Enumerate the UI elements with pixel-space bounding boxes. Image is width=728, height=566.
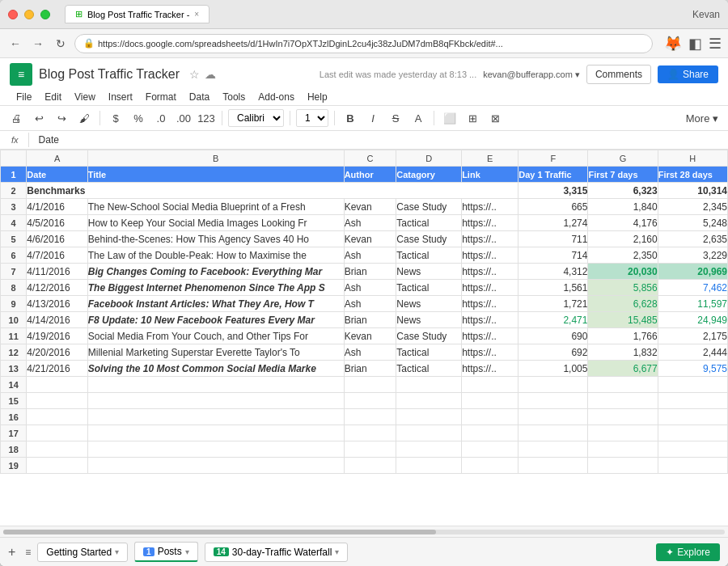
maximize-button[interactable] [40, 10, 50, 19]
cell-2-7[interactable]: 10,314 [658, 183, 727, 199]
menu-help[interactable]: Help [301, 89, 334, 105]
cell-10-2[interactable]: Brian [344, 312, 396, 328]
cell-18-0[interactable] [27, 441, 87, 458]
cell-17-4[interactable] [462, 425, 518, 441]
col-header-D[interactable]: D [396, 150, 462, 167]
row-header-10[interactable]: 10 [1, 312, 27, 328]
cell-19-4[interactable] [462, 458, 518, 474]
firefox-icon[interactable]: 🦊 [664, 35, 682, 53]
col-header-G[interactable]: G [588, 150, 658, 167]
cloud-icon[interactable]: ☁ [205, 68, 216, 81]
cell-11-4[interactable]: https://.. [462, 328, 518, 344]
sheet-tab-chevron[interactable]: ▾ [115, 547, 119, 556]
cell-7-2[interactable]: Brian [344, 264, 396, 280]
cell-13-6[interactable]: 6,677 [588, 361, 658, 377]
sheet-tab-posts-chevron[interactable]: ▾ [185, 547, 189, 556]
cell-13-1[interactable]: Solving the 10 Most Common Social Media … [87, 361, 344, 377]
pocket-icon[interactable]: ◧ [688, 35, 702, 53]
strikethrough-button[interactable]: S [386, 108, 405, 128]
menu-tools[interactable]: Tools [216, 89, 252, 105]
cell-4-6[interactable]: 4,176 [588, 215, 658, 231]
cell-4-7[interactable]: 5,248 [658, 215, 727, 231]
cell-16-2[interactable] [344, 409, 396, 425]
cell-6-1[interactable]: The Law of the Double-Peak: How to Maxim… [87, 247, 344, 264]
cell-7-7[interactable]: 20,969 [658, 264, 727, 280]
menu-edit[interactable]: Edit [38, 89, 68, 105]
cell-9-6[interactable]: 6,628 [588, 296, 658, 312]
horizontal-scrollbar[interactable] [0, 526, 728, 537]
cell-18-6[interactable] [588, 441, 658, 458]
cell-7-4[interactable]: https://.. [462, 264, 518, 280]
cell-8-0[interactable]: 4/12/2016 [27, 280, 87, 296]
cell-1-1[interactable]: Title [87, 167, 344, 183]
cell-3-3[interactable]: Case Study [396, 199, 462, 215]
cell-1-2[interactable]: Author [344, 167, 396, 183]
cell-9-5[interactable]: 1,721 [518, 296, 588, 312]
cell-16-6[interactable] [588, 409, 658, 425]
text-color-button[interactable]: A [408, 108, 428, 128]
cell-17-0[interactable] [27, 425, 87, 441]
cell-11-5[interactable]: 690 [518, 328, 588, 344]
cell-6-7[interactable]: 3,229 [658, 247, 727, 264]
cell-19-3[interactable] [396, 458, 462, 474]
cell-5-0[interactable]: 4/6/2016 [27, 231, 87, 247]
back-button[interactable]: ← [6, 35, 24, 53]
cell-10-4[interactable]: https://.. [462, 312, 518, 328]
cell-15-0[interactable] [27, 393, 87, 409]
format-123-button[interactable]: 123 [197, 108, 216, 128]
cell-2-5[interactable]: 3,315 [518, 183, 588, 199]
row-header-17[interactable]: 17 [1, 425, 27, 441]
cell-4-4[interactable]: https://.. [462, 215, 518, 231]
cell-12-2[interactable]: Ash [344, 344, 396, 361]
cell-8-5[interactable]: 1,561 [518, 280, 588, 296]
cell-9-4[interactable]: https://.. [462, 296, 518, 312]
cell-17-1[interactable] [87, 425, 344, 441]
cell-3-6[interactable]: 1,840 [588, 199, 658, 215]
scrollbar-thumb[interactable] [3, 530, 436, 534]
menu-insert[interactable]: Insert [102, 89, 139, 105]
cell-4-3[interactable]: Tactical [396, 215, 462, 231]
cell-10-6[interactable]: 15,485 [588, 312, 658, 328]
cell-19-6[interactable] [588, 458, 658, 474]
row-header-15[interactable]: 15 [1, 393, 27, 409]
cell-16-7[interactable] [658, 409, 727, 425]
cell-1-5[interactable]: Day 1 Traffic [518, 167, 588, 183]
cell-13-5[interactable]: 1,005 [518, 361, 588, 377]
cell-4-5[interactable]: 1,274 [518, 215, 588, 231]
cell-2-6[interactable]: 6,323 [588, 183, 658, 199]
col-header-C[interactable]: C [344, 150, 396, 167]
cell-4-1[interactable]: How to Keep Your Social Media Images Loo… [87, 215, 344, 231]
cell-3-7[interactable]: 2,345 [658, 199, 727, 215]
cell-14-0[interactable] [27, 377, 87, 393]
row-header-1[interactable]: 1 [1, 167, 27, 183]
cell-14-3[interactable] [396, 377, 462, 393]
cell-15-6[interactable] [588, 393, 658, 409]
cell-18-2[interactable] [344, 441, 396, 458]
cell-7-0[interactable]: 4/11/2016 [27, 264, 87, 280]
col-header-B[interactable]: B [87, 150, 344, 167]
row-header-19[interactable]: 19 [1, 458, 27, 474]
cell-8-7[interactable]: 7,462 [658, 280, 727, 296]
cell-7-5[interactable]: 4,312 [518, 264, 588, 280]
cell-17-3[interactable] [396, 425, 462, 441]
url-bar[interactable]: 🔒 https://docs.google.com/spreadsheets/d… [74, 34, 653, 53]
cell-8-6[interactable]: 5,856 [588, 280, 658, 296]
share-button[interactable]: 👤 Share [658, 65, 718, 83]
row-header-3[interactable]: 3 [1, 199, 27, 215]
cell-7-1[interactable]: Big Changes Coming to Facebook: Everythi… [87, 264, 344, 280]
cell-5-6[interactable]: 2,160 [588, 231, 658, 247]
currency-button[interactable]: $ [106, 108, 125, 128]
cell-6-2[interactable]: Ash [344, 247, 396, 264]
cell-12-4[interactable]: https://.. [462, 344, 518, 361]
cell-1-7[interactable]: First 28 days [658, 167, 727, 183]
cell-8-3[interactable]: Tactical [396, 280, 462, 296]
cell-12-0[interactable]: 4/20/2016 [27, 344, 87, 361]
merge-button[interactable]: ⊠ [485, 108, 505, 128]
menu-file[interactable]: File [10, 89, 38, 105]
row-header-9[interactable]: 9 [1, 296, 27, 312]
cell-12-5[interactable]: 692 [518, 344, 588, 361]
row-header-18[interactable]: 18 [1, 441, 27, 458]
cell-3-2[interactable]: Kevan [344, 199, 396, 215]
cell-11-1[interactable]: Social Media From Your Couch, and Other … [87, 328, 344, 344]
cell-13-2[interactable]: Brian [344, 361, 396, 377]
